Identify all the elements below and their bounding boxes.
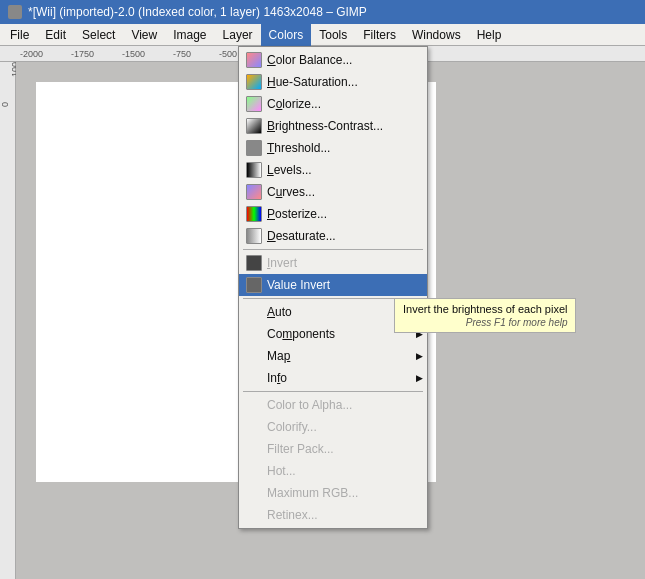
info-icon — [245, 369, 263, 387]
colorify-label: Colorify... — [267, 420, 423, 434]
title-bar: *[Wii] (imported)-2.0 (Indexed color, 1 … — [0, 0, 645, 24]
menu-item-hot[interactable]: Hot... — [239, 460, 427, 482]
menu-item-brightness-contrast[interactable]: Brightness-Contrast... — [239, 115, 427, 137]
threshold-icon — [245, 139, 263, 157]
info-label: Info — [267, 371, 416, 385]
menu-item-maximum-rgb[interactable]: Maximum RGB... — [239, 482, 427, 504]
menu-item-info[interactable]: Info — [239, 367, 427, 389]
color-to-alpha-label: Color to Alpha... — [267, 398, 423, 412]
colorize-icon — [245, 95, 263, 113]
posterize-label: Posterize... — [267, 207, 423, 221]
components-icon — [245, 325, 263, 343]
menu-view[interactable]: View — [123, 24, 165, 46]
colorify-icon — [245, 418, 263, 436]
tooltip: Invert the brightness of each pixel Pres… — [394, 298, 576, 333]
colorize-label: Colorize... — [267, 97, 423, 111]
menu-item-curves[interactable]: Curves... — [239, 181, 427, 203]
curves-label: Curves... — [267, 185, 423, 199]
title-text: *[Wii] (imported)-2.0 (Indexed color, 1 … — [28, 5, 367, 19]
value-invert-label: Value Invert — [267, 278, 423, 292]
invert-label: Invert — [267, 256, 423, 270]
hue-saturation-label: Hue-Saturation... — [267, 75, 423, 89]
menu-item-invert[interactable]: Invert — [239, 252, 427, 274]
menu-item-color-balance[interactable]: Color Balance... — [239, 49, 427, 71]
filter-pack-icon — [245, 440, 263, 458]
curves-icon — [245, 183, 263, 201]
color-balance-label: Color Balance... — [267, 53, 423, 67]
menu-help[interactable]: Help — [469, 24, 510, 46]
menu-item-posterize[interactable]: Posterize... — [239, 203, 427, 225]
hot-icon — [245, 462, 263, 480]
menu-item-threshold[interactable]: Threshold... — [239, 137, 427, 159]
ruler-left: 0 100 200 300 400 — [0, 62, 16, 579]
menu-tools[interactable]: Tools — [311, 24, 355, 46]
maximum-rgb-icon — [245, 484, 263, 502]
menu-item-colorify[interactable]: Colorify... — [239, 416, 427, 438]
menu-item-color-to-alpha[interactable]: Color to Alpha... — [239, 394, 427, 416]
hue-saturation-icon — [245, 73, 263, 91]
menu-colors[interactable]: Colors — [261, 24, 312, 46]
desaturate-label: Desaturate... — [267, 229, 423, 243]
hot-label: Hot... — [267, 464, 423, 478]
colors-dropdown-menu: Color Balance... Hue-Saturation... Color… — [238, 46, 428, 529]
brightness-contrast-label: Brightness-Contrast... — [267, 119, 423, 133]
tooltip-hint-text: Press F1 for more help — [403, 317, 567, 328]
retinex-icon — [245, 506, 263, 524]
separator-3 — [243, 391, 423, 392]
menu-image[interactable]: Image — [165, 24, 214, 46]
map-label: Map — [267, 349, 416, 363]
brightness-contrast-icon — [245, 117, 263, 135]
retinex-label: Retinex... — [267, 508, 423, 522]
app-icon — [8, 5, 22, 19]
maximum-rgb-label: Maximum RGB... — [267, 486, 423, 500]
filter-pack-label: Filter Pack... — [267, 442, 423, 456]
color-balance-icon — [245, 51, 263, 69]
menu-edit[interactable]: Edit — [37, 24, 74, 46]
menu-item-filter-pack[interactable]: Filter Pack... — [239, 438, 427, 460]
color-to-alpha-icon — [245, 396, 263, 414]
menu-bar: File Edit Select View Image Layer Colors… — [0, 24, 645, 46]
invert-icon — [245, 254, 263, 272]
menu-layer[interactable]: Layer — [215, 24, 261, 46]
menu-file[interactable]: File — [2, 24, 37, 46]
value-invert-icon — [245, 276, 263, 294]
menu-select[interactable]: Select — [74, 24, 123, 46]
menu-item-value-invert[interactable]: Value Invert — [239, 274, 427, 296]
tooltip-main-text: Invert the brightness of each pixel — [403, 303, 567, 315]
levels-label: Levels... — [267, 163, 423, 177]
menu-item-hue-saturation[interactable]: Hue-Saturation... — [239, 71, 427, 93]
menu-item-desaturate[interactable]: Desaturate... — [239, 225, 427, 247]
map-icon — [245, 347, 263, 365]
menu-windows[interactable]: Windows — [404, 24, 469, 46]
levels-icon — [245, 161, 263, 179]
auto-icon — [245, 303, 263, 321]
desaturate-icon — [245, 227, 263, 245]
menu-item-colorize[interactable]: Colorize... — [239, 93, 427, 115]
menu-filters[interactable]: Filters — [355, 24, 404, 46]
posterize-icon — [245, 205, 263, 223]
separator-1 — [243, 249, 423, 250]
menu-item-retinex[interactable]: Retinex... — [239, 504, 427, 526]
threshold-label: Threshold... — [267, 141, 423, 155]
menu-item-map[interactable]: Map — [239, 345, 427, 367]
menu-item-levels[interactable]: Levels... — [239, 159, 427, 181]
